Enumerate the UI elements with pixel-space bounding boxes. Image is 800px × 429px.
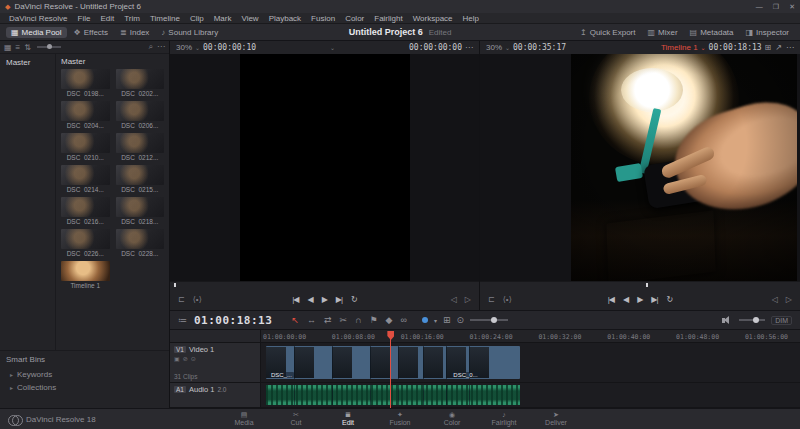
panel-toggle-button[interactable]: ▥ Mixer	[642, 27, 682, 38]
media-clip[interactable]: DSC_0206...	[116, 101, 165, 129]
media-clip[interactable]: DSC_0202...	[116, 69, 165, 97]
timeline-timecode[interactable]: 01:00:18:13	[194, 314, 272, 327]
menu-item[interactable]: Help	[458, 13, 484, 24]
goto-first-frame-button[interactable]: |◀	[608, 295, 614, 304]
media-clip[interactable]: DSC_0198...	[61, 69, 110, 97]
flag-icon[interactable]: ⚑	[369, 315, 377, 325]
menu-item[interactable]: Trim	[119, 13, 145, 24]
trim-edit-tool[interactable]: ↔	[307, 315, 316, 325]
previous-edit-icon[interactable]: ◁	[451, 295, 457, 304]
media-clip[interactable]: DSC_0226...	[61, 229, 110, 257]
marker-dropdown-icon[interactable]: ▾	[434, 317, 437, 324]
detail-zoom-icon[interactable]: ⊙	[456, 315, 464, 325]
menu-item[interactable]: View	[236, 13, 263, 24]
speaker-icon[interactable]	[722, 316, 733, 325]
timeline-ruler[interactable]: 01:00:00:0001:00:08:0001:00:16:0001:00:2…	[170, 330, 800, 343]
minimize-button[interactable]: —	[756, 3, 763, 11]
menu-item[interactable]: Fairlight	[369, 13, 407, 24]
audio-track-body[interactable]	[261, 383, 800, 407]
step-back-button[interactable]: ◀	[307, 295, 312, 304]
timeline-zoom-select[interactable]: 30%	[486, 43, 502, 52]
page-tab[interactable]: ✂ Cut	[270, 411, 322, 427]
source-scrub-bar[interactable]	[170, 281, 479, 288]
smart-bin-item[interactable]: ▸ Collections	[6, 381, 163, 394]
panel-toggle-button[interactable]: ◨ Inspector	[741, 27, 794, 38]
more-options-icon[interactable]: ⋯	[157, 42, 165, 52]
menu-item[interactable]: Workspace	[408, 13, 458, 24]
video-track-body[interactable]: DSC_... DSC_0...	[261, 343, 800, 382]
step-back-button[interactable]: ◀	[623, 295, 628, 304]
source-current-timecode[interactable]: 00:00:00:00	[409, 43, 462, 52]
media-clip[interactable]: DSC_0215...	[116, 165, 165, 193]
page-tab[interactable]: ✦ Fusion	[374, 411, 426, 427]
source-clip-menu-icon[interactable]: ⌄	[259, 44, 406, 51]
source-zoom-select[interactable]: 30%	[176, 43, 192, 52]
full-extent-zoom-icon[interactable]: ⊞	[443, 315, 451, 325]
menu-item[interactable]: Color	[340, 13, 369, 24]
page-tab[interactable]: ≣ Edit	[322, 411, 374, 427]
marker-icon[interactable]: ◆	[386, 315, 393, 325]
track-badge[interactable]: A1	[174, 386, 186, 393]
panel-toggle-button[interactable]: ♪ Sound Library	[156, 27, 223, 38]
timeline-viewer-scrub-bar[interactable]	[480, 281, 800, 288]
audio-track-header[interactable]: A1 Audio 1 2.0	[170, 383, 261, 407]
menu-item[interactable]: Clip	[185, 13, 209, 24]
smart-bin-item[interactable]: ▸ Keywords	[6, 368, 163, 381]
menu-item[interactable]: Mark	[209, 13, 237, 24]
expand-viewer-icon[interactable]: ↗	[775, 43, 782, 52]
menu-item[interactable]: Fusion	[306, 13, 340, 24]
goto-last-frame-button[interactable]: ▶|	[651, 295, 657, 304]
bin-item[interactable]: Master	[0, 57, 55, 68]
loop-button[interactable]: ↻	[351, 295, 357, 304]
play-button[interactable]: ▶	[322, 295, 327, 304]
timeline-duration-timecode[interactable]: 00:00:35:17	[513, 43, 566, 52]
select-tool[interactable]: ↖	[291, 315, 299, 325]
list-view-icon[interactable]: ≡	[16, 43, 21, 52]
video-track-header[interactable]: V1 Video 1 ▣ ⊘ ⊙ 31 Clips	[170, 343, 261, 382]
source-options-icon[interactable]: ⋯	[465, 43, 473, 52]
timeline-name-select[interactable]: Timeline 1	[661, 43, 698, 52]
thumbnail-zoom-slider[interactable]	[37, 46, 61, 48]
play-button[interactable]: ▶	[637, 295, 642, 304]
jog-control[interactable]: ⟨•⟩	[193, 295, 202, 304]
marker-color-icon[interactable]	[422, 317, 428, 323]
multicam-grid-icon[interactable]: ⊞	[765, 43, 772, 52]
previous-edit-icon[interactable]: ◁	[772, 295, 778, 304]
timeline-zoom-slider[interactable]	[470, 319, 508, 321]
dynamic-trim-tool[interactable]: ⇄	[324, 315, 332, 325]
timeline-current-timecode[interactable]: 00:00:18:13	[709, 43, 762, 52]
menu-item[interactable]: Edit	[95, 13, 119, 24]
media-clip[interactable]: DSC_0204...	[61, 101, 110, 129]
audio-clip[interactable]	[266, 385, 519, 405]
close-button[interactable]: ✕	[789, 3, 795, 11]
search-icon[interactable]: ⌕	[149, 42, 153, 52]
menu-item[interactable]: Playback	[264, 13, 306, 24]
next-edit-icon[interactable]: ▷	[786, 295, 792, 304]
loop-button[interactable]: ↻	[667, 295, 673, 304]
source-playhead-marker[interactable]	[174, 283, 176, 287]
media-clip[interactable]: DSC_0214...	[61, 165, 110, 193]
page-tab[interactable]: ♪ Fairlight	[478, 411, 530, 427]
link-clips-icon[interactable]: ∞	[400, 315, 406, 325]
jog-control[interactable]: ⟨•⟩	[503, 295, 512, 304]
media-clip[interactable]: DSC_0210...	[61, 133, 110, 161]
video-clips[interactable]: DSC_... DSC_0...	[266, 346, 519, 379]
menu-item[interactable]: File	[73, 13, 96, 24]
thumbnail-view-icon[interactable]: ▦	[4, 43, 12, 52]
snapping-icon[interactable]: ∩	[355, 315, 361, 325]
in-out-icon[interactable]: ⊏	[488, 295, 495, 304]
in-out-icon[interactable]: ⊏	[178, 295, 185, 304]
media-clip[interactable]: DSC_0216...	[61, 197, 110, 225]
goto-first-frame-button[interactable]: |◀	[292, 295, 298, 304]
maximize-button[interactable]: ❐	[773, 3, 779, 11]
track-lock-icon[interactable]: ⊘	[183, 355, 188, 362]
timeline-options-icon[interactable]: ≔	[178, 315, 187, 325]
panel-toggle-button[interactable]: ❖ Effects	[69, 27, 113, 38]
goto-last-frame-button[interactable]: ▶|	[336, 295, 342, 304]
panel-toggle-button[interactable]: ↥ Quick Export	[575, 27, 641, 38]
track-badge[interactable]: V1	[174, 346, 186, 353]
media-clip[interactable]: DSC_0218...	[116, 197, 165, 225]
page-tab[interactable]: ➤ Deliver	[530, 411, 582, 427]
sort-icon[interactable]: ⇅	[24, 43, 31, 52]
viewer-options-icon[interactable]: ⋯	[786, 43, 794, 52]
